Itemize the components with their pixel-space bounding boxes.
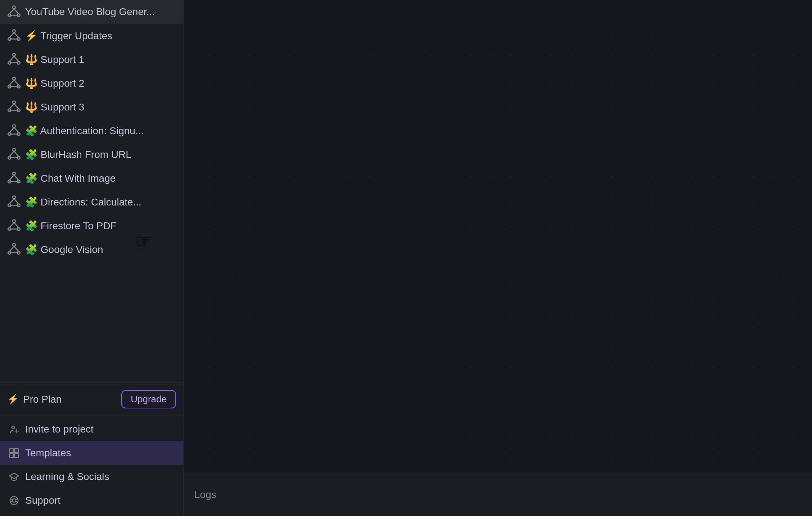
sidebar-item-label: 🧩 Authentication: Signu...	[25, 125, 144, 137]
sidebar-item-support[interactable]: Support	[0, 489, 183, 512]
sidebar-item-label: 🧩 Directions: Calculate...	[25, 196, 141, 208]
sidebar-item-label: 🔱 Support 1	[25, 54, 84, 65]
svg-line-10	[14, 32, 19, 37]
workflow-icon	[7, 53, 21, 66]
sidebar-item-invite[interactable]: Invite to project	[0, 417, 183, 441]
svg-line-9	[9, 32, 14, 37]
svg-rect-72	[14, 453, 18, 457]
sidebar-item-label: 🧩 Google Vision	[25, 244, 103, 255]
pro-plan-label: Pro Plan	[23, 394, 117, 405]
svg-line-63	[9, 246, 14, 251]
main-canvas	[184, 0, 812, 473]
learning-icon	[7, 470, 21, 484]
invite-icon	[7, 422, 21, 436]
workflow-icon	[7, 243, 21, 256]
svg-line-33	[9, 127, 14, 132]
sidebar-item-directions[interactable]: 🧩 Directions: Calculate...	[0, 190, 183, 214]
sidebar-list: YouTube Video Blog Gener... ⚡ Trigger Up…	[0, 0, 183, 381]
svg-line-27	[9, 104, 14, 109]
sidebar-item-support-1[interactable]: 🔱 Support 1	[0, 47, 183, 71]
svg-line-34	[14, 127, 19, 132]
svg-rect-69	[10, 449, 14, 453]
svg-line-45	[9, 175, 14, 180]
svg-line-15	[9, 56, 14, 61]
sidebar-item-label: 🔱 Support 2	[25, 77, 84, 89]
sidebar-item-label: 🧩 BlurHash From URL	[25, 149, 131, 160]
sidebar-item-label: 🔱 Support 3	[25, 101, 84, 113]
sidebar-item-google-vision[interactable]: 🧩 Google Vision	[0, 237, 183, 261]
svg-point-66	[12, 426, 15, 429]
svg-line-22	[14, 80, 19, 85]
svg-point-36	[13, 148, 15, 151]
svg-point-18	[13, 77, 15, 80]
workflow-icon	[7, 195, 21, 209]
svg-point-24	[13, 101, 15, 104]
sidebar-bottom: Invite to project Templates	[0, 417, 183, 516]
templates-icon	[7, 446, 21, 460]
svg-line-51	[9, 199, 14, 204]
svg-line-28	[14, 104, 19, 109]
svg-line-64	[14, 246, 19, 251]
divider-2	[0, 416, 183, 416]
svg-line-3	[9, 9, 14, 14]
workflow-icon	[7, 171, 21, 185]
svg-line-16	[14, 56, 19, 61]
svg-line-40	[14, 151, 19, 156]
sidebar: YouTube Video Blog Gener... ⚡ Trigger Up…	[0, 0, 184, 516]
sidebar-item-label: Templates	[25, 447, 71, 459]
svg-line-52	[14, 199, 19, 204]
svg-point-54	[13, 219, 15, 222]
divider	[0, 382, 183, 383]
svg-line-77	[10, 502, 12, 502]
svg-line-78	[15, 499, 18, 500]
workflow-icon	[7, 100, 21, 114]
svg-rect-70	[14, 449, 18, 453]
workflow-icon	[7, 124, 21, 137]
svg-point-60	[13, 243, 15, 246]
logs-bar: Logs	[184, 473, 812, 516]
svg-line-46	[14, 175, 19, 180]
workflow-icon	[7, 5, 21, 19]
sidebar-item-label: 🧩 Chat With Image	[25, 172, 116, 184]
sidebar-item-youtube-video-blog[interactable]: YouTube Video Blog Gener...	[0, 0, 183, 24]
sidebar-item-authentication[interactable]: 🧩 Authentication: Signu...	[0, 119, 183, 142]
sidebar-item-support-2[interactable]: 🔱 Support 2	[0, 71, 183, 95]
sidebar-item-learning[interactable]: Learning & Socials	[0, 465, 183, 489]
sidebar-item-support-3[interactable]: 🔱 Support 3	[0, 95, 183, 119]
svg-line-21	[9, 80, 14, 85]
svg-line-76	[15, 502, 18, 502]
upgrade-button[interactable]: Upgrade	[121, 390, 176, 408]
svg-point-42	[13, 172, 15, 175]
sidebar-item-templates[interactable]: Templates	[0, 441, 183, 465]
sidebar-item-label: 🧩 Firestore To PDF	[25, 220, 117, 232]
support-icon	[7, 494, 21, 507]
svg-point-73	[10, 497, 18, 505]
svg-point-12	[13, 53, 15, 56]
svg-line-4	[14, 9, 19, 14]
svg-line-39	[9, 151, 14, 156]
sidebar-item-label: Learning & Socials	[25, 471, 109, 483]
sidebar-item-label: Invite to project	[25, 424, 94, 435]
svg-line-75	[10, 499, 12, 500]
svg-point-48	[13, 196, 15, 199]
svg-line-58	[14, 222, 19, 227]
sidebar-item-chat-with-image[interactable]: 🧩 Chat With Image	[0, 166, 183, 190]
svg-point-6	[13, 30, 15, 32]
logs-label: Logs	[194, 489, 216, 501]
sidebar-item-trigger-updates[interactable]: ⚡ Trigger Updates	[0, 24, 183, 47]
lightning-icon: ⚡	[7, 394, 19, 405]
sidebar-item-label: Support	[25, 495, 60, 506]
pro-plan-bar: ⚡ Pro Plan Upgrade	[0, 384, 183, 414]
svg-point-74	[12, 499, 16, 502]
workflow-icon	[7, 148, 21, 161]
sidebar-item-blurhash[interactable]: 🧩 BlurHash From URL	[0, 142, 183, 166]
svg-line-57	[9, 222, 14, 227]
sidebar-item-firestore[interactable]: 🧩 Firestore To PDF	[0, 214, 183, 237]
svg-point-30	[13, 125, 15, 127]
svg-rect-71	[10, 453, 14, 457]
workflow-icon	[7, 219, 21, 232]
workflow-icon	[7, 29, 21, 42]
sidebar-item-label: ⚡ Trigger Updates	[25, 30, 112, 42]
workflow-icon	[7, 76, 21, 90]
svg-point-0	[13, 6, 15, 9]
